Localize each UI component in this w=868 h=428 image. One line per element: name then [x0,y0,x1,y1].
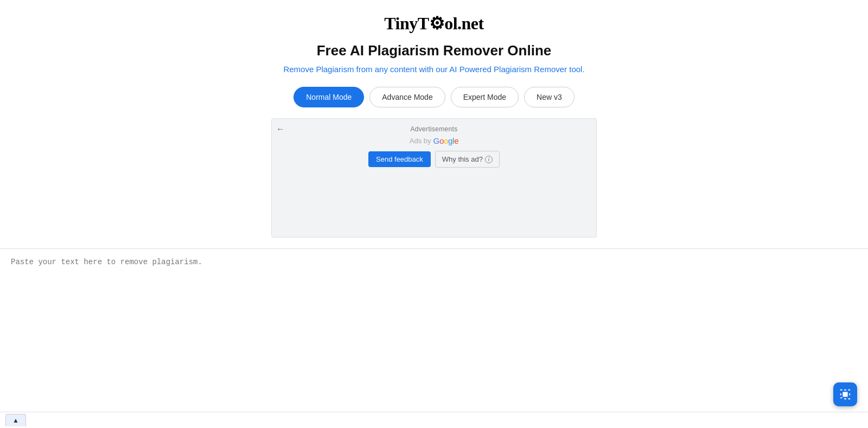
google-logo: Google [433,136,459,145]
gear-icon: ⚙ [429,13,445,34]
why-this-ad-button[interactable]: Why this ad? i [435,151,500,168]
mode-tabs: Normal Mode Advance Mode Expert Mode New… [293,87,575,107]
ad-container: ← Advertisements Ads by Google Send feed… [271,118,597,238]
ads-by-text: Ads by [410,137,431,145]
floating-screen-capture-button[interactable] [833,382,857,406]
ad-label: Advertisements [280,125,588,133]
text-input[interactable] [0,248,868,389]
ad-back-arrow[interactable]: ← [276,124,285,134]
bottom-bar: ▲ [0,412,868,428]
textarea-section [0,248,868,392]
tab-expert-mode[interactable]: Expert Mode [451,87,519,107]
tab-advance-mode[interactable]: Advance Mode [369,87,445,107]
ads-by-google: Ads by Google [280,136,588,145]
tab-normal-mode[interactable]: Normal Mode [293,87,364,107]
info-icon: i [485,156,493,163]
ad-actions: Send feedback Why this ad? i [280,151,588,168]
send-feedback-button[interactable]: Send feedback [368,151,431,167]
site-logo: TinyT⚙ol.net [384,13,483,34]
page-subtitle: Remove Plagiarism from any content with … [283,65,584,74]
screen-capture-icon [839,388,851,400]
tab-new-v3[interactable]: New v3 [524,87,575,107]
page-title: Free AI Plagiarism Remover Online [317,42,552,59]
bottom-tab[interactable]: ▲ [5,414,26,426]
